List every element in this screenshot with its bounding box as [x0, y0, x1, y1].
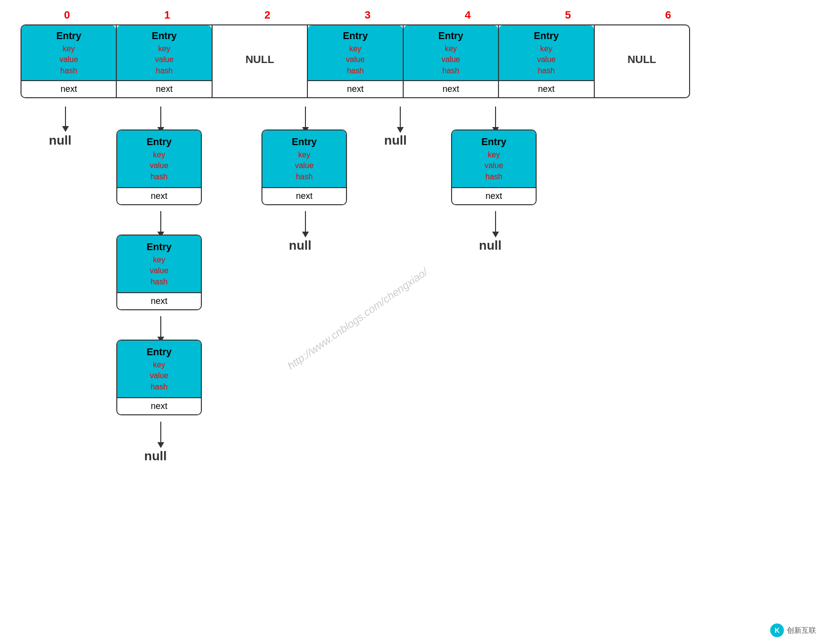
cell-2: NULL: [213, 25, 308, 97]
entry-1-2-top: Entry key value hash: [117, 130, 201, 187]
entry-3-2-title: Entry: [292, 136, 317, 148]
arrow-0-down: [62, 107, 69, 132]
cell-1-entry: Entry key value hash: [117, 25, 211, 80]
entry-1-3-top: Entry key value hash: [117, 236, 201, 292]
cell-5-title: Entry: [534, 30, 559, 42]
cell-1-value: value: [155, 54, 173, 65]
cell-4-next: next: [404, 80, 498, 97]
cell-3-next: next: [308, 80, 402, 97]
cell-3: Entry key value hash next: [308, 25, 403, 97]
entry-5-2-key: key: [488, 150, 500, 160]
cell-4-title: Entry: [438, 30, 463, 42]
cell-5-key: key: [540, 43, 552, 54]
arrow-1-3-down: [157, 316, 164, 343]
entry-5-2-title: Entry: [481, 136, 506, 148]
cell-6: NULL: [595, 25, 689, 97]
entry-3-2-value: value: [295, 160, 313, 171]
entry-1-3: Entry key value hash next: [116, 235, 202, 310]
cell-0-value: value: [60, 54, 78, 65]
cell-4-value: value: [441, 54, 460, 65]
index-2: 2: [221, 9, 314, 21]
hash-array: Entry key value hash next Entry key valu…: [21, 24, 690, 98]
entry-5-2-next: next: [452, 187, 536, 204]
cell-0-next: next: [22, 80, 116, 97]
cell-4: Entry key value hash next: [404, 25, 499, 97]
cell-1-next: next: [117, 80, 211, 97]
index-3: 3: [321, 9, 414, 21]
entry-5-2-hash: hash: [485, 172, 502, 182]
index-6: 6: [622, 9, 715, 21]
null-4: null: [384, 133, 407, 148]
entry-1-3-next: next: [117, 292, 201, 309]
arrow-1-down: [157, 107, 164, 133]
index-4: 4: [421, 9, 514, 21]
entry-1-4-title: Entry: [147, 346, 172, 358]
null-3: null: [289, 238, 311, 253]
null-0: null: [49, 133, 71, 148]
entry-1-4-value: value: [150, 370, 168, 381]
logo-icon: K: [770, 623, 784, 637]
logo-text: 创新互联: [787, 626, 816, 635]
cell-1-title: Entry: [152, 30, 177, 42]
entry-3-2-hash: hash: [296, 172, 313, 182]
entry-1-3-hash: hash: [151, 277, 168, 287]
cell-3-value: value: [346, 54, 365, 65]
arrow-5-2-down: [492, 211, 499, 237]
cell-0-key: key: [63, 43, 75, 54]
cell-5-hash: hash: [538, 65, 555, 76]
entry-1-3-value: value: [150, 265, 168, 276]
entry-5-2-value: value: [484, 160, 503, 171]
cell-1: Entry key value hash next: [117, 25, 212, 97]
cell-3-key: key: [349, 43, 362, 54]
entry-1-2-next: next: [117, 187, 201, 204]
entry-1-4-hash: hash: [151, 382, 168, 392]
arrow-3-2-down: [302, 211, 309, 237]
index-row: 0 1 2 3 4 5 6: [21, 9, 715, 21]
entry-1-2: Entry key value hash next: [116, 129, 202, 205]
entry-1-3-key: key: [153, 255, 165, 265]
arrow-4-down: [397, 107, 404, 133]
cell-0-title: Entry: [56, 30, 81, 42]
cell-4-hash: hash: [442, 65, 459, 76]
cell-1-key: key: [158, 43, 171, 54]
entry-5-2: Entry key value hash next: [451, 129, 537, 205]
arrow-3-down: [302, 107, 309, 133]
cell-3-entry: Entry key value hash: [308, 25, 402, 80]
entry-1-2-key: key: [153, 150, 165, 160]
cell-3-title: Entry: [343, 30, 368, 42]
entry-3-2-key: key: [298, 150, 310, 160]
arrow-1-4-down: [157, 422, 164, 448]
cell-0-entry: Entry key value hash: [22, 25, 116, 80]
cell-5-next: next: [499, 80, 593, 97]
cell-5-value: value: [537, 54, 556, 65]
entry-1-3-title: Entry: [147, 241, 172, 253]
entry-3-2: Entry key value hash next: [261, 129, 347, 205]
entry-1-2-hash: hash: [151, 172, 168, 182]
entry-1-4: Entry key value hash next: [116, 340, 202, 415]
entry-3-2-next: next: [262, 187, 346, 204]
index-5: 5: [521, 9, 614, 21]
entry-1-4-next: next: [117, 397, 201, 414]
index-0: 0: [21, 9, 113, 21]
watermark: http://www.cnblogs.com/chengxiao/: [285, 266, 430, 372]
entry-5-2-top: Entry key value hash: [452, 130, 536, 187]
index-1: 1: [121, 9, 214, 21]
cell-6-null: NULL: [595, 25, 689, 94]
cell-3-hash: hash: [347, 65, 364, 76]
cell-2-null: NULL: [213, 25, 307, 94]
entry-1-4-top: Entry key value hash: [117, 341, 201, 397]
null-5: null: [479, 238, 501, 253]
logo: K 创新互联: [770, 623, 816, 637]
cell-4-entry: Entry key value hash: [404, 25, 498, 80]
arrow-5-down: [492, 107, 499, 133]
null-1: null: [144, 449, 167, 464]
cell-1-hash: hash: [156, 65, 173, 76]
cell-4-key: key: [445, 43, 457, 54]
cell-5: Entry key value hash next: [499, 25, 594, 97]
entry-1-4-key: key: [153, 360, 165, 370]
cell-0: Entry key value hash next: [22, 25, 117, 97]
entry-1-2-title: Entry: [147, 136, 172, 148]
cell-0-hash: hash: [60, 65, 77, 76]
arrow-1-2-down: [157, 211, 164, 237]
entry-1-2-value: value: [150, 160, 168, 171]
